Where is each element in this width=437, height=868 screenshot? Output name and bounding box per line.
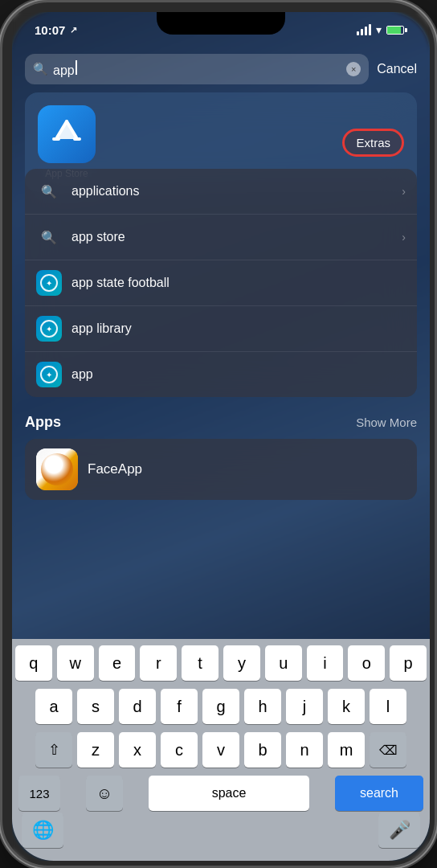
search-suggestion-icon-2: 🔍 (36, 224, 62, 250)
key-u[interactable]: u (265, 645, 302, 681)
volume-up-button[interactable] (0, 151, 2, 199)
appstore-icon (38, 105, 96, 163)
suggestion-app-store[interactable]: 🔍 app store › (25, 215, 417, 260)
chevron-icon-2: › (402, 231, 406, 244)
status-time: 10:07 ↗ (35, 23, 77, 37)
key-m[interactable]: m (328, 732, 365, 768)
faceapp-row[interactable]: FaceApp (25, 439, 417, 500)
key-e[interactable]: e (99, 645, 136, 681)
volume-down-button[interactable] (0, 211, 2, 260)
notch (157, 12, 285, 35)
suggestion-text-app-library: app library (71, 321, 406, 336)
suggestion-app[interactable]: ✦ app (25, 352, 417, 397)
key-h[interactable]: h (244, 689, 281, 724)
key-s[interactable]: s (77, 689, 114, 724)
mic-key[interactable]: 🎤 (378, 813, 420, 848)
key-l[interactable]: l (370, 689, 406, 724)
mute-button[interactable] (0, 107, 2, 135)
key-o[interactable]: o (348, 645, 385, 681)
key-q[interactable]: q (15, 645, 52, 681)
suggestion-app-state-football[interactable]: ✦ app state football (25, 260, 417, 306)
search-icon: 🔍 (33, 62, 48, 76)
cursor (76, 60, 77, 75)
faceapp-name: FaceApp (88, 461, 142, 477)
apps-title: Apps (25, 414, 61, 431)
space-key[interactable]: space (149, 776, 309, 811)
delete-key[interactable]: ⌫ (370, 732, 406, 768)
signal-bars (357, 24, 371, 35)
clear-button[interactable]: × (346, 62, 361, 76)
emoji-key[interactable]: ☺ (86, 776, 123, 811)
search-bar[interactable]: 🔍 app × (25, 54, 369, 84)
key-p[interactable]: p (390, 645, 427, 681)
key-y[interactable]: y (223, 645, 260, 681)
status-icons: ▾ (357, 23, 407, 36)
screen-content: 10:07 ↗ ▾ (12, 12, 430, 861)
key-a[interactable]: a (35, 689, 72, 724)
search-area: 🔍 app × Cancel (25, 54, 417, 84)
search-key[interactable]: search (335, 776, 423, 811)
search-suggestion-icon: 🔍 (36, 178, 62, 204)
screen: 10:07 ↗ ▾ (12, 12, 430, 861)
key-t[interactable]: t (182, 645, 218, 681)
battery-icon (386, 26, 407, 35)
numbers-key[interactable]: 123 (18, 776, 60, 811)
faceapp-icon (36, 448, 78, 490)
key-v[interactable]: v (202, 732, 239, 768)
suggestion-text-app-state: app state football (71, 276, 406, 290)
keyboard-row-1: q w e r t y u i o p (15, 645, 427, 681)
key-k[interactable]: k (328, 689, 365, 724)
key-c[interactable]: c (161, 732, 198, 768)
keyboard: q w e r t y u i o p a s d f g (12, 639, 430, 861)
key-x[interactable]: x (119, 732, 156, 768)
show-more-button[interactable]: Show More (356, 416, 417, 429)
apps-header: Apps Show More (25, 414, 417, 431)
location-icon: ↗ (70, 25, 77, 35)
suggestion-app-library[interactable]: ✦ app library (25, 306, 417, 352)
extras-button[interactable]: Extras (342, 129, 404, 157)
wifi-icon: ▾ (376, 23, 382, 36)
key-b[interactable]: b (244, 732, 281, 768)
cancel-button[interactable]: Cancel (377, 62, 417, 76)
phone-frame: 10:07 ↗ ▾ (0, 0, 437, 868)
shift-key[interactable]: ⇧ (35, 732, 72, 768)
search-input[interactable]: app (53, 60, 341, 78)
key-z[interactable]: z (77, 732, 114, 768)
key-g[interactable]: g (202, 689, 239, 724)
apps-section: Apps Show More FaceApp (25, 414, 417, 500)
key-r[interactable]: r (140, 645, 177, 681)
key-i[interactable]: i (307, 645, 344, 681)
globe-key[interactable]: 🌐 (22, 813, 63, 848)
keyboard-row-2: a s d f g h j k l (15, 689, 427, 724)
suggestion-applications[interactable]: 🔍 applications › (25, 169, 417, 215)
suggestion-text-app: app (71, 367, 406, 382)
suggestion-text-app-store: app store (71, 230, 392, 244)
safari-icon-1: ✦ (36, 270, 62, 296)
key-d[interactable]: d (119, 689, 156, 724)
keyboard-bottom-row: 123 ☺ space search (15, 776, 427, 817)
key-n[interactable]: n (286, 732, 323, 768)
safari-icon-2: ✦ (36, 316, 62, 342)
chevron-icon: › (402, 185, 406, 198)
suggestions-list: 🔍 applications › 🔍 app store › ✦ app sta… (25, 169, 417, 397)
battery-fill (387, 27, 401, 34)
key-j[interactable]: j (286, 689, 323, 724)
key-f[interactable]: f (161, 689, 198, 724)
safari-icon-3: ✦ (36, 362, 62, 387)
keyboard-row-3: ⇧ z x c v b n m ⌫ (15, 732, 427, 768)
suggestion-text-applications: applications (71, 184, 392, 199)
key-w[interactable]: w (57, 645, 94, 681)
